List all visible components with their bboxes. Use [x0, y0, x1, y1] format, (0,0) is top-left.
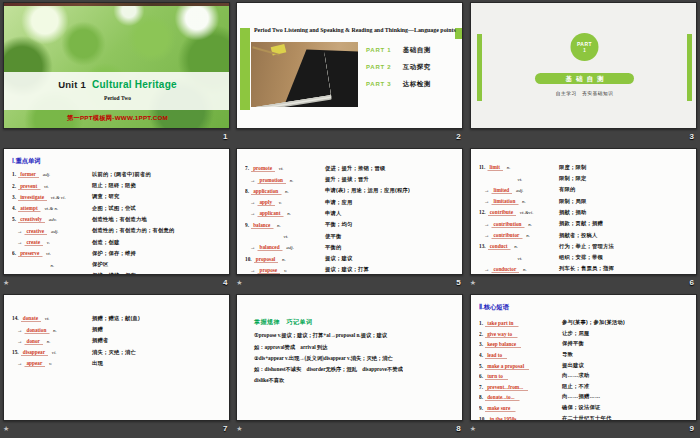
slide-number-3: 3: [690, 129, 694, 144]
item-number: 7.: [245, 166, 249, 172]
chinese-meaning: 组织；安排；带领: [559, 251, 603, 262]
part-of-speech: v.: [49, 361, 52, 367]
part-label: PART 1: [366, 47, 391, 54]
item-number: 7.: [479, 384, 483, 390]
part-of-speech: n.: [523, 266, 527, 272]
vocab-row: → balanced adj. 平衡的: [245, 241, 460, 252]
chinese-meaning: 促进；提升；推销；晋级: [325, 162, 386, 173]
slide-thumbnail-5[interactable]: 7. promote vt. 促进；提升；推销；晋级 → promotion n…: [236, 148, 463, 275]
slide-cell-7: 14. donate vt. 捐赠；赠送；献(血) → donation n. …: [0, 292, 233, 438]
vocab-word: conduct: [488, 244, 511, 251]
vocab-row: 3. investigate vt.& vi. 调查；研究: [12, 191, 227, 202]
slide-thumbnail-7[interactable]: 14. donate vt. 捐赠；赠送；献(血) → donation n. …: [3, 294, 230, 421]
chinese-meaning: 保护；保存；维持: [92, 247, 136, 258]
slide-thumbnail-9[interactable]: Ⅱ.核心短语 1. take part in 参与(某事)；参加(某活动) 2.…: [470, 294, 697, 421]
slide-thumbnail-2[interactable]: Period Two Listening and Speaking & Read…: [236, 2, 463, 129]
vocab-row: 4. attempt vt.& n. 企图；试图；尝试: [12, 202, 227, 213]
chinese-meaning: 阻止；阻碍；阻挠: [92, 179, 136, 190]
item-number: 15.: [12, 349, 19, 355]
chinese-meaning: 捐赠者: [92, 335, 109, 346]
section-title: Ⅰ.重点单词: [12, 157, 41, 166]
part-of-speech: vt.: [517, 176, 522, 182]
slide-thumbnail-6[interactable]: 11. limit n. 限度；限制 vt. 限制；限定: [470, 148, 697, 275]
vocab-word: promotion: [258, 177, 287, 184]
chinese-meaning: 让步；屈服: [562, 328, 590, 339]
part-label: PART: [570, 42, 598, 48]
part-of-speech: v.: [47, 239, 50, 245]
part-of-speech: n.: [522, 198, 526, 204]
phrase-row: 6. turn to 向……求助: [479, 370, 694, 381]
item-number: →: [484, 221, 489, 227]
vocab-row: 14. donate vt. 捐赠；赠送；献(血): [12, 312, 227, 323]
vocab-word: investigate: [18, 194, 47, 201]
phrase-row: 3. keep balance 保持平衡: [479, 338, 694, 349]
part-of-speech: vt.: [284, 233, 289, 239]
chinese-meaning: 保护；维护；保存: [92, 270, 136, 275]
slide-sorter-grid: Unit 1Cultural Heritage Period Two 第一PPT…: [0, 0, 700, 438]
vocab-word: proposal: [254, 256, 278, 263]
slide-number-7: 7: [223, 421, 227, 436]
slide-cell-2: Period Two Listening and Speaking & Read…: [233, 0, 466, 146]
phrase-row: 10. in the 1950s 在二十世纪五十年代: [479, 412, 694, 421]
slide-thumbnail-1[interactable]: Unit 1Cultural Heritage Period Two 第一PPT…: [3, 2, 230, 129]
chinese-meaning: 保护区: [92, 258, 109, 269]
transition-star-icon: ★: [470, 275, 478, 290]
vocab-word: creatively: [18, 217, 45, 224]
transition-star-icon: ★: [3, 275, 11, 290]
vocab-word: apply: [258, 199, 276, 206]
part-of-speech: n.: [528, 221, 532, 227]
slide-thumbnail-8[interactable]: 掌握规律 巧记单词 ①propose v.提议；建议；打算+al→proposa…: [236, 294, 463, 421]
part-of-speech: n.: [290, 177, 294, 183]
slide-thumbnail-4[interactable]: Ⅰ.重点单词 1. former adj. 以前的；(两者中)前者的 2.: [3, 148, 230, 275]
vocab-row: → propose v. 提议；建议；打算: [245, 264, 460, 275]
vocab-row: → promotion n. 提升；提拔；晋升: [245, 173, 460, 184]
vocab-row: 11. limit n. 限度；限制: [479, 161, 694, 172]
chinese-meaning: 捐款；贡献；捐赠: [559, 217, 603, 228]
chinese-meaning: 企图；试图；尝试: [92, 202, 136, 213]
tip-line: ①propose v.提议；建议；打算+al→proposal n.提议；建议: [254, 330, 454, 341]
chinese-meaning: 向……求助: [562, 370, 590, 381]
vocab-word: conductor: [491, 266, 519, 273]
item-number: 2.: [479, 331, 483, 337]
vocab-row: → limitation n. 限制；局限: [479, 195, 694, 206]
part-of-speech: adv.: [49, 217, 57, 223]
vocab-word: contribution: [491, 221, 524, 228]
chinese-meaning: 消失；灭绝；消亡: [92, 346, 136, 357]
chinese-meaning: 创造性地；有创造力地: [92, 213, 147, 224]
item-number: 14.: [12, 316, 19, 322]
transition-star-icon: ★: [470, 421, 478, 436]
slide-cell-1: Unit 1Cultural Heritage Period Two 第一PPT…: [0, 0, 233, 146]
vocab-row: → donor n. 捐赠者: [12, 335, 227, 346]
chinese-meaning: 保持平衡: [562, 338, 584, 349]
item-number: →: [17, 327, 22, 333]
vocab-row: 8. application n. 申请(表)；用途；运用；应用(程序): [245, 185, 460, 196]
slide-number-2: 2: [456, 129, 460, 144]
vocab-row: 1. former adj. 以前的；(两者中)前者的: [12, 168, 227, 179]
phrase-row: 5. make a proposal 提出建议: [479, 359, 694, 370]
section-title: Ⅱ.核心短语: [479, 303, 509, 312]
item-number: →: [17, 338, 22, 344]
chinese-meaning: 限度；限制: [559, 161, 587, 172]
item-number: 9.: [479, 405, 483, 411]
chinese-meaning: 创造；创建: [92, 236, 120, 247]
part-number: 1: [570, 48, 598, 53]
chinese-meaning: 提议；建议；打算: [325, 264, 369, 275]
vocab-word: former: [18, 172, 39, 179]
item-number: →: [17, 361, 22, 367]
chinese-meaning: 提升；提拔；晋升: [325, 173, 369, 184]
leaves-photo: [4, 3, 230, 129]
vocab-row: 9. balance n. 平衡；均匀: [245, 218, 460, 229]
part-circle-badge: PART 1: [570, 33, 598, 61]
vocab-word: create: [25, 239, 44, 246]
vocab-row: vt. 限制；限定: [479, 172, 694, 183]
vocab-word: applicant: [258, 211, 284, 218]
vocab-word: application: [252, 188, 282, 195]
vocab-row: → contributor n. 捐献者；投稿人: [479, 229, 694, 240]
agenda-list: PART 1 基础自测 PART 2 互动探究 PART 3 达标检测: [366, 45, 431, 96]
part-of-speech: n.: [285, 188, 289, 194]
slide-thumbnail-3[interactable]: PART 1 基础自测 自主学习 夯实基础知识: [470, 2, 697, 129]
part-of-speech: vt.: [279, 166, 284, 172]
part-of-speech: adj.: [43, 172, 51, 178]
vocab-word: donation: [25, 327, 50, 334]
item-number: 9.: [245, 222, 249, 228]
